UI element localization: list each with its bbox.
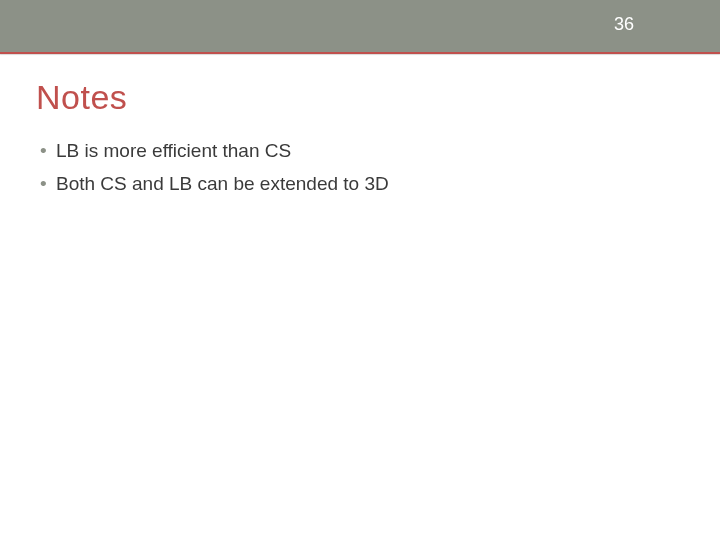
slide-title: Notes [36,78,684,117]
bullet-text: LB is more efficient than CS [56,140,291,161]
list-item: • LB is more efficient than CS [40,137,684,166]
bullet-text: Both CS and LB can be extended to 3D [56,173,389,194]
bullet-marker-icon: • [40,170,47,199]
bullet-marker-icon: • [40,137,47,166]
slide-content: Notes • LB is more efficient than CS • B… [0,54,720,226]
header-bar: 36 [0,0,720,52]
bullet-list: • LB is more efficient than CS • Both CS… [36,137,684,198]
page-number: 36 [614,14,634,35]
list-item: • Both CS and LB can be extended to 3D [40,170,684,199]
